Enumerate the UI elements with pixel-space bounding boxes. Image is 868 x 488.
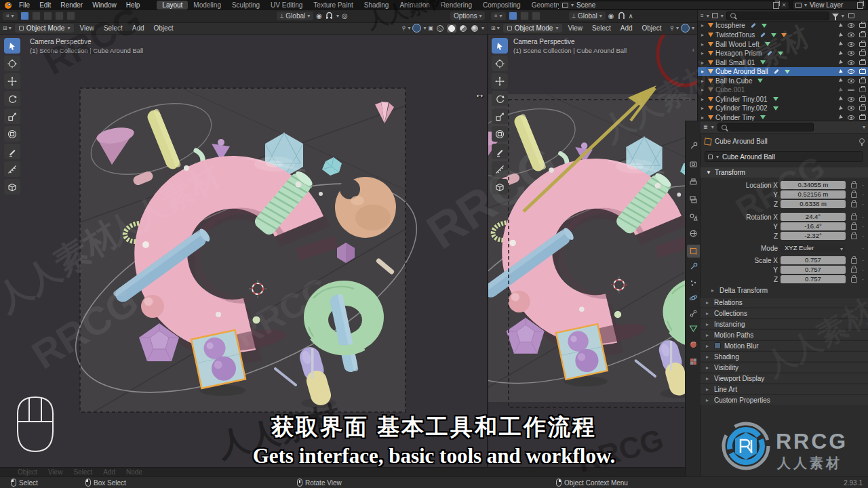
tool-scale[interactable] [492,108,508,124]
tab-modifiers[interactable] [687,260,700,273]
editor-type-icon[interactable]: ⊞ [3,25,7,31]
tab-particles[interactable] [687,277,700,289]
scale-x-field[interactable]: 0.757 [781,256,846,264]
tool-add-cube[interactable] [4,179,20,195]
location-x-field[interactable]: 0.34055 m [781,181,846,189]
section-instancing[interactable]: ▸Instancing [701,319,868,329]
rotation-z-field[interactable]: -2.32° [781,232,846,240]
tool-select-box[interactable] [492,38,508,54]
menu-object[interactable]: Object [150,24,178,32]
scale-y-field[interactable]: 0.757 [781,266,846,274]
options-dropdown[interactable]: Options▾ [450,12,485,20]
outliner-row[interactable]: ▸TwistedTorus [698,30,868,39]
blender-logo-icon[interactable] [3,1,12,9]
section-custom-properties[interactable]: ▸Custom Properties [701,394,868,405]
subpanel-delta-transform[interactable]: ▸Delta Transform [701,285,868,296]
display-mode-icon[interactable] [712,13,718,18]
tab-scene[interactable] [687,211,700,224]
outliner-row[interactable]: ▸Ball Wood Left [698,40,868,49]
rotation-mode-dropdown[interactable]: XYZ Euler▾ [781,244,846,252]
section-viewport-display[interactable]: ▸Viewport Display [701,373,868,383]
unlink-scene-icon[interactable]: × [782,1,786,9]
viewport-3d-left[interactable]: Camera Perspective (1) Scene Collection … [0,34,488,468]
tab-modeling[interactable]: Modeling [188,1,226,9]
menu-add[interactable]: Add [616,24,637,32]
tool-rotate[interactable] [492,91,508,106]
outliner-row[interactable]: ▸Cylinder Tiny.002 [698,104,868,113]
section-line-art[interactable]: ▸Line Art [701,384,868,394]
menu-select[interactable]: Select [588,24,615,32]
tool-rotate[interactable] [4,91,20,106]
scene-selector[interactable]: ▾ Scene × [559,1,789,9]
section-motion-paths[interactable]: ▸Motion Paths [701,329,868,340]
viewport-3d-right[interactable]: Camera Perspective (1) Scene Collection … [488,34,697,468]
outliner-row[interactable]: ▸Hexagon Prism [698,49,868,58]
editor-type-icon[interactable]: ≡ [701,13,704,19]
overlays-icon[interactable] [681,24,690,33]
new-view-layer-icon[interactable] [857,2,863,9]
tab-view-layer[interactable] [687,193,700,206]
tab-render[interactable] [687,158,700,171]
lock-icon[interactable] [851,183,857,188]
lock-icon[interactable] [851,277,857,283]
pivot-point-icon[interactable]: ◉ [608,12,614,20]
tool-transform[interactable] [4,126,20,142]
section-visibility[interactable]: ▸Visibility [701,362,868,372]
xray-icon[interactable]: ▣ [428,25,433,31]
menu-file[interactable]: File [14,1,35,9]
lock-icon[interactable] [851,215,857,220]
disable-render-icon[interactable] [859,23,866,28]
tab-world[interactable] [687,227,700,240]
shading-rendered-button[interactable] [470,24,479,33]
active-tool-button-right[interactable]: ⌗▾ [491,12,506,20]
tool-move[interactable] [4,73,20,89]
tool-cursor[interactable] [492,56,508,71]
tab-uv-editing[interactable]: UV Editing [265,1,308,9]
hide-viewport-icon[interactable] [848,23,854,28]
menu-view[interactable]: View [75,24,98,32]
tool-select-box[interactable] [4,38,20,54]
shading-material-button[interactable] [458,24,468,33]
tab-object-data[interactable] [687,322,700,335]
outliner-row[interactable]: ▸Cylinder Tiny.001 [698,95,868,104]
section-collections[interactable]: ▸Collections [701,308,868,318]
properties-search-input[interactable] [717,123,814,131]
lock-icon[interactable] [851,258,857,264]
tab-texture-paint[interactable]: Texture Paint [308,1,358,9]
transform-panel-header[interactable]: ▼Transform [701,167,868,178]
eye-closed-icon[interactable] [848,89,854,91]
section-shading[interactable]: ▸Shading [701,351,868,361]
show-gizmo-icon[interactable]: ⚲ [402,25,406,31]
menu-render[interactable]: Render [56,1,87,9]
select-mode-r3[interactable] [532,12,540,20]
new-collection-icon[interactable] [848,13,854,18]
outliner-row[interactable]: ▸Ball In Cube [698,77,868,85]
tool-measure[interactable] [4,161,20,177]
filter-icon[interactable] [832,14,839,18]
object-name-field[interactable]: ▾ Cube Around Ball [705,151,863,162]
menu-view[interactable]: View [564,24,587,32]
section-relations[interactable]: ▸Relations [701,297,868,307]
tab-output[interactable] [687,176,700,188]
tool-add-cube[interactable] [492,179,508,195]
lock-icon[interactable] [851,202,857,207]
tab-compositing[interactable]: Compositing [477,1,526,9]
proportional-edit-icon[interactable]: ∧ [629,12,633,20]
transform-orientation-dropdown-right[interactable]: ⟂Global▾ [569,12,606,20]
outliner-search-input[interactable] [726,12,829,20]
select-mode-r2[interactable] [520,12,529,20]
show-gizmo-icon[interactable]: ⚲ [670,25,674,31]
select-mode-5[interactable] [66,12,75,20]
active-tool-button[interactable]: ⌗▾ [3,12,18,20]
tab-material[interactable] [687,338,700,351]
lock-icon[interactable] [851,268,857,273]
tab-object[interactable] [687,245,700,258]
tool-cursor[interactable] [4,56,20,71]
outliner-row[interactable]: ▸Icosphere [698,21,868,30]
view-layer-selector[interactable]: ▾ View Layer [792,1,867,9]
tab-texture[interactable] [687,355,700,368]
pin-icon[interactable] [859,138,865,144]
lock-icon[interactable] [851,192,857,198]
outliner-row[interactable]: ▸Cylinder Tiny [698,113,868,121]
section-motion-blur[interactable]: ▸Motion Blur [701,340,868,350]
